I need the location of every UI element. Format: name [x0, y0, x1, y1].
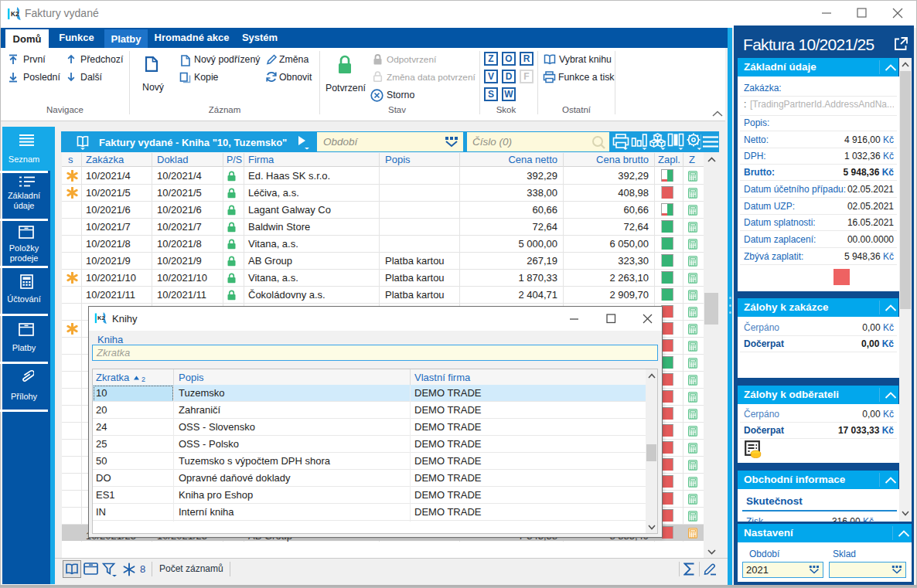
- svg-text:K2: K2: [11, 11, 19, 18]
- svg-text:K2: K2: [97, 314, 104, 321]
